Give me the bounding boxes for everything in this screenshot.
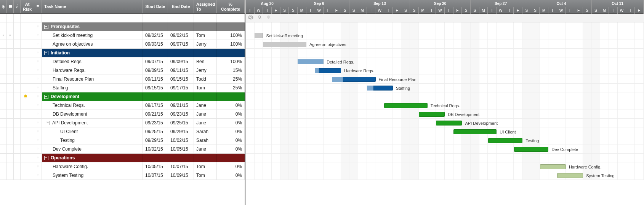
task-name-cell[interactable]: Staffing <box>42 84 143 92</box>
comment-cell[interactable] <box>7 171 14 180</box>
end-date-cell[interactable]: 09/07/15 <box>168 40 194 48</box>
pct-cell[interactable]: 0% <box>217 110 245 118</box>
collapse-icon[interactable]: − <box>44 51 48 55</box>
start-date-cell[interactable]: 09/11/15 <box>143 75 168 83</box>
col-at-risk[interactable]: At Risk <box>21 0 34 13</box>
pct-cell[interactable]: 100% <box>217 57 245 66</box>
flag-cell[interactable] <box>34 57 42 66</box>
start-date-cell[interactable]: 09/17/15 <box>143 101 168 110</box>
group-name[interactable]: −Initiation <box>42 49 143 57</box>
collapse-icon[interactable]: − <box>46 121 50 125</box>
task-name-cell[interactable]: Set kick-off meeting <box>42 31 143 40</box>
end-date-cell[interactable]: 09/29/15 <box>168 127 194 136</box>
pct-cell[interactable]: 25% <box>217 84 245 92</box>
pct-cell[interactable]: 0% <box>217 136 245 145</box>
group-row-prereq[interactable]: −Prerequisites <box>0 22 245 31</box>
col-attachments-icon[interactable] <box>0 0 7 13</box>
timeline-body[interactable]: Set kick-off meetingAgree on objectivesD… <box>246 22 644 180</box>
gantt-bar[interactable]: Set kick-off meeting <box>255 31 303 40</box>
end-date-cell[interactable]: 09/15/15 <box>168 75 194 83</box>
group-row-dev[interactable]: −Development <box>0 92 245 101</box>
filter-row[interactable] <box>0 14 245 22</box>
start-date-cell[interactable]: 09/02/15 <box>143 31 168 40</box>
pct-cell[interactable]: 100% <box>217 40 245 48</box>
flag-cell[interactable] <box>34 154 42 162</box>
pct-cell[interactable]: 25% <box>217 75 245 83</box>
flag-cell[interactable] <box>34 171 42 180</box>
comment-cell[interactable] <box>7 110 14 118</box>
attach-cell[interactable] <box>0 75 7 83</box>
attach-cell[interactable] <box>0 119 7 127</box>
flag-cell[interactable] <box>34 119 42 127</box>
start-date-cell[interactable]: 10/05/15 <box>143 162 168 171</box>
task-name-cell[interactable]: −API Development <box>42 119 143 127</box>
task-row[interactable]: System Testing10/07/1510/09/15Tom0% <box>0 171 245 180</box>
comment-cell[interactable] <box>7 31 14 40</box>
collapse-icon[interactable]: − <box>44 95 48 99</box>
attach-cell[interactable] <box>0 101 7 110</box>
pct-cell[interactable]: 0% <box>217 127 245 136</box>
assignee-cell[interactable]: Jane <box>194 145 217 153</box>
flag-cell[interactable] <box>34 101 42 110</box>
flag-cell[interactable] <box>34 66 42 75</box>
attach-cell[interactable] <box>0 110 7 118</box>
start-date-cell[interactable]: 09/25/15 <box>143 127 168 136</box>
task-row[interactable]: −API Development09/23/1509/25/15Jane0% <box>0 119 245 127</box>
end-date-cell[interactable]: 09/25/15 <box>168 119 194 127</box>
gantt-bar[interactable]: Technical Reqs. <box>384 101 460 110</box>
start-date-cell[interactable]: 09/15/15 <box>143 84 168 92</box>
attach-cell[interactable] <box>0 66 7 75</box>
pct-cell[interactable]: 0% <box>217 145 245 153</box>
gantt-bar[interactable]: Final Resource Plan <box>332 75 417 84</box>
task-name-cell[interactable]: Testing <box>42 136 143 145</box>
start-date-cell[interactable]: 09/03/15 <box>143 40 168 48</box>
comment-cell[interactable] <box>7 119 14 127</box>
task-name-cell[interactable]: Detailed Reqs. <box>42 57 143 66</box>
flag-cell[interactable] <box>34 92 42 101</box>
comment-cell[interactable] <box>7 84 14 92</box>
start-date-cell[interactable]: 09/09/15 <box>143 66 168 75</box>
task-name-cell[interactable]: Hardware Reqs. <box>42 66 143 75</box>
group-name[interactable]: −Prerequisites <box>42 22 143 31</box>
pct-cell[interactable]: 15% <box>217 66 245 75</box>
task-name-cell[interactable]: UI Client <box>42 127 143 136</box>
risk-cell[interactable] <box>21 154 34 162</box>
group-row-init[interactable]: −Initiation <box>0 49 245 57</box>
attach-cell[interactable] <box>0 57 7 66</box>
assignee-cell[interactable]: Todd <box>194 75 217 83</box>
attach-cell[interactable] <box>0 171 7 180</box>
col-comments-icon[interactable] <box>7 0 14 13</box>
start-date-cell[interactable]: 10/02/15 <box>143 145 168 153</box>
task-row[interactable]: DB Development09/21/1509/23/15Jane0% <box>0 110 245 119</box>
gantt-bar[interactable]: DB Development <box>419 110 479 119</box>
gantt-bar[interactable]: System Testing <box>557 171 614 180</box>
pct-cell[interactable]: 0% <box>217 171 245 180</box>
assignee-cell[interactable]: Jane <box>194 110 217 118</box>
end-date-cell[interactable]: 09/02/15 <box>168 31 194 40</box>
assignee-cell[interactable]: Sarah <box>194 127 217 136</box>
flag-cell[interactable] <box>34 136 42 145</box>
gantt-bar[interactable]: Hardware Config. <box>540 162 602 171</box>
task-name-cell[interactable]: DB Development <box>42 110 143 118</box>
start-date-cell[interactable]: 10/07/15 <box>143 171 168 180</box>
attach-cell[interactable] <box>0 127 7 136</box>
task-row[interactable]: Staffing09/15/1509/17/15Tom25% <box>0 84 245 92</box>
assignee-cell[interactable]: Jane <box>194 119 217 127</box>
task-row[interactable]: UI Client09/25/1509/29/15Sarah0% <box>0 127 245 136</box>
flag-cell[interactable] <box>34 84 42 92</box>
assignee-cell[interactable]: Jane <box>194 101 217 110</box>
start-date-cell[interactable]: 09/29/15 <box>143 136 168 145</box>
task-name-cell[interactable]: Dev Complete <box>42 145 143 153</box>
end-date-cell[interactable]: 10/07/15 <box>168 162 194 171</box>
group-name[interactable]: −Development <box>42 92 143 101</box>
task-row[interactable]: Technical Reqs.09/17/1509/21/15Jane0% <box>0 101 245 110</box>
task-row[interactable]: Testing09/29/1510/02/15Sarah0% <box>0 136 245 145</box>
start-date-cell[interactable]: 09/23/15 <box>143 119 168 127</box>
attach-cell[interactable] <box>0 31 7 40</box>
task-row[interactable]: Detailed Reqs.09/07/1509/09/15Ben100% <box>0 57 245 66</box>
end-date-cell[interactable]: 09/17/15 <box>168 84 194 92</box>
assignee-cell[interactable]: Tom <box>194 171 217 180</box>
assignee-cell[interactable]: Ben <box>194 57 217 66</box>
flag-cell[interactable] <box>34 110 42 118</box>
end-date-cell[interactable]: 10/02/15 <box>168 136 194 145</box>
